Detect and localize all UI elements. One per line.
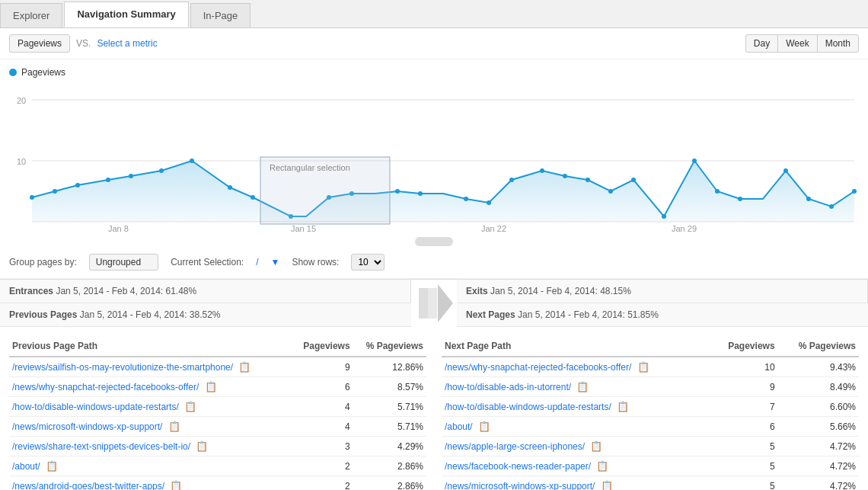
tab-explorer[interactable]: Explorer xyxy=(0,3,62,27)
svg-point-10 xyxy=(30,195,34,200)
next-page-path-link[interactable]: /how-to/disable-windows-update-restarts/ xyxy=(445,402,611,412)
prev-pageviews-cell: 3 xyxy=(292,437,353,456)
prev-pct-cell: 5.71% xyxy=(353,397,426,417)
chart-area[interactable]: 20 10 Jan 8 Jan 15 Jan 22 Jan 29 xyxy=(9,81,859,246)
svg-point-30 xyxy=(608,189,613,194)
svg-text:Jan 15: Jan 15 xyxy=(291,224,316,233)
next-pages-table-section: Next Page Path Pageviews % Pageviews /ne… xyxy=(442,336,859,490)
svg-point-34 xyxy=(715,189,720,194)
external-link-icon[interactable]: 📋 xyxy=(235,361,251,373)
external-link-icon[interactable]: 📋 xyxy=(614,401,629,412)
tab-in-page[interactable]: In-Page xyxy=(190,3,251,27)
svg-point-29 xyxy=(586,178,590,182)
select-metric-link[interactable]: Select a metric xyxy=(97,38,157,49)
external-link-icon[interactable]: 📋 xyxy=(587,440,602,452)
table-row: /reviews/share-text-snippets-devices-bel… xyxy=(9,437,426,456)
svg-point-16 xyxy=(190,159,194,163)
external-link-icon[interactable]: 📋 xyxy=(475,421,490,432)
chart-container: Pageviews 20 10 Jan 8 Jan 15 Jan 22 Jan … xyxy=(0,59,868,246)
tab-navigation-summary[interactable]: Navigation Summary xyxy=(64,2,188,27)
next-pages-date: Jan 5, 2014 - Feb 4, 2014: xyxy=(518,309,625,320)
week-button[interactable]: Week xyxy=(777,34,817,53)
svg-point-36 xyxy=(783,168,788,173)
flow-arrow-icon xyxy=(415,280,453,326)
next-pageviews-cell: 5 xyxy=(710,456,778,476)
svg-point-15 xyxy=(159,168,164,173)
prev-page-path-link[interactable]: /reviews/sailfish-os-may-revolutionize-t… xyxy=(12,362,233,373)
svg-marker-44 xyxy=(438,284,453,322)
month-button[interactable]: Month xyxy=(817,34,859,53)
show-rows-select[interactable]: 10 25 50 xyxy=(351,254,385,271)
next-pages-label: Next Pages xyxy=(466,309,515,320)
table-row: /about/ 📋 2 2.86% xyxy=(9,456,426,476)
prev-page-path-link[interactable]: /news/android-goes/best-twitter-apps/ xyxy=(12,481,164,490)
svg-text:Jan 29: Jan 29 xyxy=(672,224,697,233)
external-link-icon[interactable]: 📋 xyxy=(181,401,196,412)
prev-pageviews-cell: 6 xyxy=(292,377,353,397)
external-link-icon[interactable]: 📋 xyxy=(165,421,180,432)
ungrouped-dropdown[interactable]: Ungrouped xyxy=(89,254,158,271)
prev-page-path-link[interactable]: /how-to/disable-windows-update-restarts/ xyxy=(12,402,179,412)
next-page-path-link[interactable]: /how-to/disable-ads-in-utorrent/ xyxy=(445,382,571,392)
controls-row: Group pages by: Ungrouped Current Select… xyxy=(0,246,868,279)
prev-page-path-link[interactable]: /reviews/share-text-snippets-devices-bel… xyxy=(12,441,190,452)
next-page-path-link[interactable]: /news/apple-large-screen-iphones/ xyxy=(445,441,585,452)
prev-col2-header: Pageviews xyxy=(292,336,353,357)
prev-col3-header: % Pageviews xyxy=(353,336,426,357)
pageviews-dropdown[interactable]: Pageviews xyxy=(9,34,70,53)
next-pages-value: 51.85% xyxy=(627,309,659,320)
prev-pageviews-cell: 4 xyxy=(292,397,353,417)
prev-page-path-link[interactable]: /about/ xyxy=(12,461,40,472)
external-link-icon[interactable]: 📋 xyxy=(598,480,613,490)
prev-page-path-link[interactable]: /news/microsoft-windows-xp-support/ xyxy=(12,421,162,432)
entrances-label: Entrances xyxy=(9,286,53,296)
next-page-path-link[interactable]: /about/ xyxy=(445,421,473,432)
exits-date: Jan 5, 2014 - Feb 4, 2014: xyxy=(490,286,598,296)
next-col1-header: Next Page Path xyxy=(442,336,710,357)
external-link-icon[interactable]: 📋 xyxy=(634,361,649,373)
entrances-date: Jan 5, 2014 - Feb 4, 2014: xyxy=(56,286,163,296)
svg-point-22 xyxy=(395,189,400,194)
pageviews-legend-dot xyxy=(9,69,17,76)
prev-pageviews-cell: 9 xyxy=(292,357,353,377)
exits-value: 48.15% xyxy=(600,286,631,296)
prev-pages-table: Previous Page Path Pageviews % Pageviews… xyxy=(9,336,426,490)
next-pageviews-cell: 5 xyxy=(710,437,778,456)
prev-page-path-link[interactable]: /news/why-snapchat-rejected-facebooks-of… xyxy=(12,382,199,392)
chart-scroll-handle[interactable] xyxy=(415,237,453,246)
next-col3-header: % Pageviews xyxy=(778,336,859,357)
next-pageviews-cell: 9 xyxy=(710,377,778,397)
svg-point-27 xyxy=(540,168,544,173)
prev-pct-cell: 2.86% xyxy=(353,476,426,491)
entrances-value: 61.48% xyxy=(165,286,196,296)
next-pct-cell: 4.72% xyxy=(778,456,859,476)
external-link-icon[interactable]: 📋 xyxy=(43,460,58,472)
next-pct-cell: 4.72% xyxy=(778,476,859,491)
table-row: /news/apple-large-screen-iphones/ 📋 5 4.… xyxy=(442,437,859,456)
svg-text:10: 10 xyxy=(17,157,26,166)
table-row: /about/ 📋 6 5.66% xyxy=(442,417,859,437)
external-link-icon[interactable]: 📋 xyxy=(167,480,182,490)
day-button[interactable]: Day xyxy=(745,34,778,53)
next-page-path-link[interactable]: /news/microsoft-windows-xp-support/ xyxy=(445,481,595,490)
table-row: /news/why-snapchat-rejected-facebooks-of… xyxy=(9,377,426,397)
group-pages-label: Group pages by: xyxy=(9,257,77,267)
next-pct-cell: 8.49% xyxy=(778,377,859,397)
external-link-icon[interactable]: 📋 xyxy=(202,381,217,392)
chart-legend: Pageviews xyxy=(9,67,859,78)
next-page-path-link[interactable]: /news/why-snapchat-rejected-facebooks-of… xyxy=(445,362,631,373)
line-chart: 20 10 Jan 8 Jan 15 Jan 22 Jan 29 xyxy=(9,81,859,233)
external-link-icon[interactable]: 📋 xyxy=(573,381,589,392)
next-page-path-link[interactable]: /news/facebook-news-reader-paper/ xyxy=(445,461,591,472)
table-row: /news/android-goes/best-twitter-apps/ 📋 … xyxy=(9,476,426,491)
external-link-icon[interactable]: 📋 xyxy=(193,440,208,452)
prev-pages-value: 38.52% xyxy=(190,309,221,320)
current-selection-arrow[interactable]: ▼ xyxy=(271,257,280,267)
external-link-icon[interactable]: 📋 xyxy=(593,460,608,472)
svg-point-13 xyxy=(106,178,110,182)
current-selection-value: / xyxy=(256,257,258,267)
prev-pageviews-cell: 2 xyxy=(292,456,353,476)
table-row: /news/microsoft-windows-xp-support/ 📋 4 … xyxy=(9,417,426,437)
svg-rect-43 xyxy=(428,288,437,319)
prev-pct-cell: 5.71% xyxy=(353,417,426,437)
